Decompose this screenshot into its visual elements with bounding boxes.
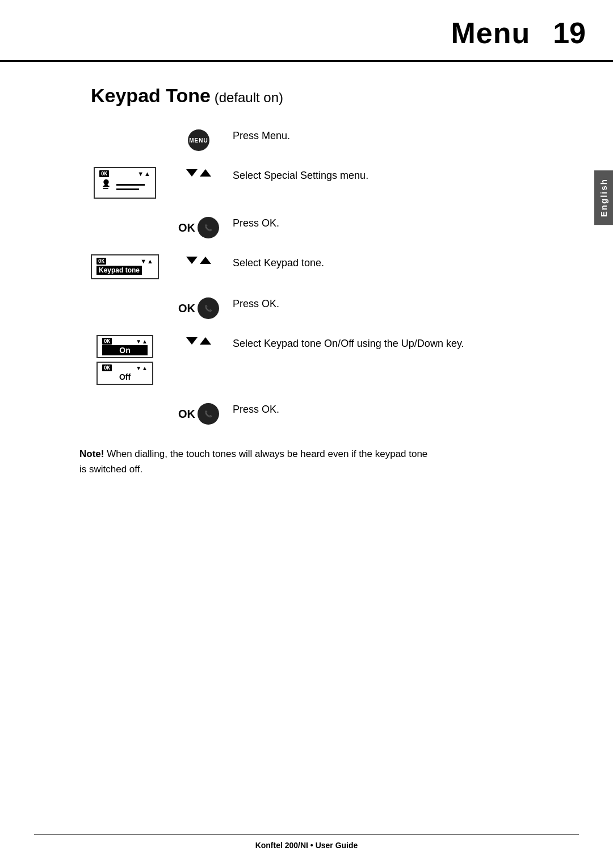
main-content: Keypad Tone (default on) MENU Press Menu… [0, 62, 613, 500]
lcd-on-topbar: OK ▼ ▲ [102, 338, 148, 345]
step7-icon: OK 📞 [176, 401, 221, 425]
ok2-label: OK [178, 302, 195, 315]
lcd-line2 [116, 188, 139, 190]
phone2-icon: 📞 [204, 305, 212, 312]
step-2: OK ▼ ▲ [79, 167, 579, 199]
step2-text: Select Special Settings menu. [233, 167, 579, 183]
lcd-ok-label: OK [99, 170, 109, 177]
step2-screen: OK ▼ ▲ [79, 167, 170, 199]
step6-screen: OK ▼ ▲ On OK [79, 335, 170, 385]
step1-text: Press Menu. [233, 127, 579, 144]
arrow-down2-icon [186, 257, 198, 264]
ok3-circle-icon: 📞 [198, 403, 219, 425]
lcd-off-body: Off [102, 372, 148, 382]
step6-text: Select Keypad tone On/Off using the Up/D… [233, 335, 579, 351]
svg-rect-1 [103, 188, 108, 189]
phone3-icon: 📞 [204, 410, 212, 418]
step1-icon: MENU [176, 127, 221, 151]
step4-screen: OK ▼ ▲ Keypad tone [79, 254, 170, 279]
ok-phone3-icon: OK 📞 [178, 403, 219, 425]
lcd-keypad-screen: OK ▼ ▲ Keypad tone [91, 254, 159, 279]
page-footer: Konftel 200/NI • User Guide [34, 835, 579, 850]
step6-icon [176, 335, 221, 345]
ok-circle-icon: 📞 [198, 217, 219, 238]
step5-text: Press OK. [233, 295, 579, 312]
on-off-screens: OK ▼ ▲ On OK [96, 335, 153, 385]
section-title: Keypad Tone (default on) [91, 85, 579, 107]
lcd-ok2: OK [96, 258, 106, 265]
lcd-on-body: On [102, 345, 148, 355]
step3-text: Press OK. [233, 215, 579, 231]
phone-icon: 📞 [204, 224, 212, 232]
step-5: OK 📞 Press OK. [79, 295, 579, 319]
step-4: OK ▼ ▲ Keypad tone Select [79, 254, 579, 279]
step4-icon [176, 254, 221, 264]
lcd-nav-arrows: ▼ ▲ [137, 170, 150, 177]
lcd-on-label: On [102, 345, 148, 355]
note-bold: Note! [79, 448, 104, 459]
lcd-nav2: ▼ ▲ [140, 258, 153, 265]
svg-rect-0 [103, 186, 109, 187]
arrow-down-icon [186, 169, 198, 177]
ok-label: OK [178, 221, 195, 234]
lcd-off-nav: ▼ ▲ [136, 365, 148, 371]
lcd-on-screen: OK ▼ ▲ On [96, 335, 153, 358]
lcd-body2: Keypad tone [96, 266, 153, 275]
updown-arrows2-icon [186, 257, 211, 264]
step3-icon: OK 📞 [176, 215, 221, 238]
lcd-body [99, 178, 150, 195]
step2-icon [176, 167, 221, 177]
step-6: OK ▼ ▲ On OK [79, 335, 579, 385]
step4-text: Select Keypad tone. [233, 254, 579, 271]
header-page-number: 19 [553, 16, 586, 50]
arrow-up2-icon [200, 257, 211, 264]
note-section: Note! When dialling, the touch tones wil… [79, 446, 431, 477]
lcd-off-screen: OK ▼ ▲ Off [96, 362, 153, 385]
ok3-label: OK [178, 408, 195, 421]
lcd-keypad-text: Keypad tone [96, 266, 142, 275]
step-1: MENU Press Menu. [79, 127, 579, 151]
step7-text: Press OK. [233, 401, 579, 417]
arrow-up3-icon [200, 337, 211, 345]
arrow-up-icon [200, 169, 211, 177]
page-header: Menu 19 [0, 0, 613, 62]
lcd-lines [116, 184, 145, 190]
lcd-topbar: OK ▼ ▲ [99, 170, 150, 177]
step-3: OK 📞 Press OK. [79, 215, 579, 238]
settings-icon [99, 178, 113, 195]
step5-icon: OK 📞 [176, 295, 221, 319]
note-text: When dialling, the touch tones will alwa… [79, 448, 427, 475]
ok-phone2-icon: OK 📞 [178, 297, 219, 319]
lcd-on-nav: ▼ ▲ [136, 338, 148, 345]
steps-container: MENU Press Menu. OK ▼ ▲ [79, 127, 579, 441]
lcd-line1 [116, 184, 145, 186]
section-title-main: Keypad Tone [91, 85, 211, 106]
menu-button-icon: MENU [188, 129, 209, 151]
ok2-circle-icon: 📞 [198, 297, 219, 319]
section-subtitle: (default on) [211, 90, 283, 105]
footer-text: Konftel 200/NI • User Guide [255, 841, 358, 850]
lcd-off-topbar: OK ▼ ▲ [102, 364, 148, 371]
lcd-on-ok: OK [102, 338, 112, 345]
step-7: OK 📞 Press OK. [79, 401, 579, 425]
arrow-down3-icon [186, 337, 198, 345]
ok-phone-icon: OK 📞 [178, 217, 219, 238]
header-title: Menu [451, 16, 530, 50]
lcd-settings-screen: OK ▼ ▲ [94, 167, 156, 199]
lcd-off-ok: OK [102, 364, 112, 371]
updown-arrows-icon [186, 169, 211, 177]
updown-arrows3-icon [186, 337, 211, 345]
lcd-off-label: Off [102, 372, 148, 382]
lcd-topbar2: OK ▼ ▲ [96, 258, 153, 265]
